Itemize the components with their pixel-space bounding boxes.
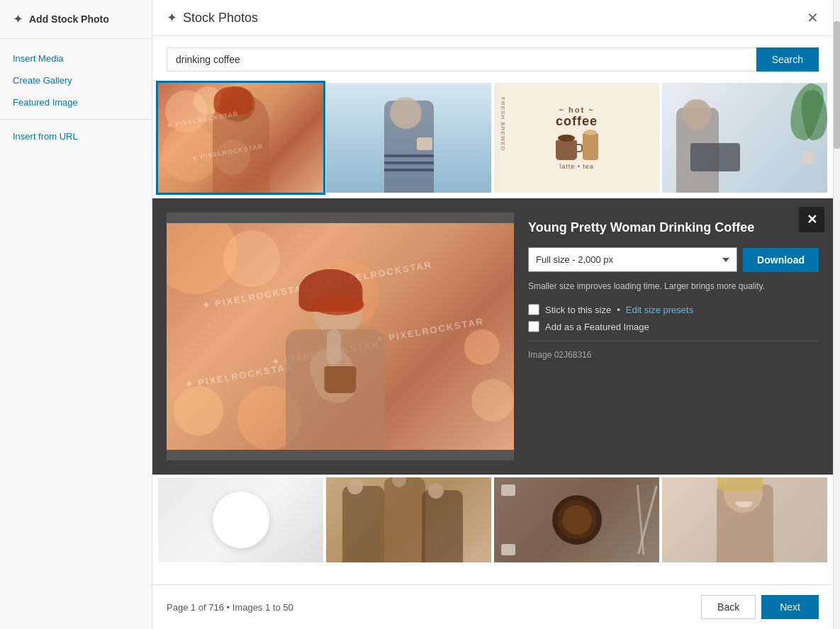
detail-image-preview: ✦ PIXELROCKSTAR ✦ PIXELROCKSTAR ✦ PIXELR…: [167, 223, 514, 450]
detail-close-button[interactable]: ✕: [799, 207, 824, 232]
search-input[interactable]: [167, 47, 756, 72]
image-thumb-3[interactable]: ~ hot ~ coffee: [494, 83, 659, 193]
image-thumb-1[interactable]: ✦ PIXELROCKSTAR ✦ PIXELROCKSTAR: [158, 83, 323, 193]
featured-image-label: Add as a Featured Image: [545, 322, 649, 332]
image-grid-bottom: [152, 475, 833, 562]
bottom-thumb-4[interactable]: [662, 477, 827, 562]
sidebar-header: ✦ Add Stock Photo: [0, 0, 152, 39]
edit-size-presets-link[interactable]: Edit size presets: [626, 305, 693, 315]
footer-buttons: Back Next: [701, 595, 819, 619]
image-id: Image 02J68316: [528, 350, 819, 360]
size-hint: Smaller size improves loading time. Larg…: [528, 280, 819, 293]
detail-image-container: ✦ PIXELROCKSTAR ✦ PIXELROCKSTAR ✦ PIXELR…: [167, 212, 514, 460]
sidebar-item-create-gallery[interactable]: Create Gallery: [0, 69, 152, 91]
bottom-thumb-2[interactable]: [326, 477, 491, 562]
dialog-title: Stock Photos: [183, 11, 258, 26]
footer-page-info: Page 1 of 716 • Images 1 to 50: [167, 602, 293, 613]
image-grid-top: ✦ PIXELROCKSTAR ✦ PIXELROCKSTAR: [152, 83, 833, 198]
stick-to-size-label: Stick to this size: [545, 305, 611, 315]
search-area: Search: [152, 36, 833, 83]
next-button[interactable]: Next: [761, 595, 819, 619]
sidebar: ✦ Add Stock Photo Insert Media Create Ga…: [0, 0, 152, 629]
image-thumb-4[interactable]: [662, 83, 827, 193]
sidebar-item-insert-url[interactable]: Insert from URL: [0, 125, 152, 147]
sidebar-nav: Insert Media Create Gallery Featured Ima…: [0, 39, 152, 156]
stick-to-size-checkbox[interactable]: [528, 304, 539, 315]
detail-panel: ✕: [152, 198, 833, 475]
sidebar-item-insert-media[interactable]: Insert Media: [0, 47, 152, 69]
bottom-thumb-3[interactable]: [494, 477, 659, 562]
scrollbar[interactable]: [833, 0, 840, 629]
dialog-star-icon: ✦: [167, 10, 177, 26]
close-button[interactable]: ✕: [807, 11, 819, 25]
content-area: Search ✦ PIXELROCKSTAR ✦ PIXELR: [152, 36, 833, 584]
size-download-row: Full size - 2,000 px Large - 1,024 px Me…: [528, 247, 819, 272]
detail-info: Young Pretty Woman Drinking Coffee Full …: [528, 212, 819, 460]
detail-divider: [528, 341, 819, 341]
back-button[interactable]: Back: [701, 595, 756, 619]
featured-image-row: Add as a Featured Image: [528, 321, 819, 332]
featured-image-checkbox[interactable]: [528, 321, 539, 332]
image-title: Young Pretty Woman Drinking Coffee: [528, 220, 819, 236]
dialog-title-area: ✦ Stock Photos: [167, 10, 258, 26]
bottom-thumb-1[interactable]: [158, 477, 323, 562]
star-icon: ✦: [13, 11, 23, 27]
bullet-separator: •: [617, 305, 620, 315]
sidebar-item-featured-image[interactable]: Featured Image: [0, 91, 152, 113]
scrollbar-thumb[interactable]: [834, 21, 840, 149]
stick-to-size-row: Stick to this size • Edit size presets: [528, 304, 819, 315]
main-panel: ✦ Stock Photos ✕ Search: [152, 0, 833, 629]
dialog-header: ✦ Stock Photos ✕: [152, 0, 833, 36]
size-select[interactable]: Full size - 2,000 px Large - 1,024 px Me…: [528, 247, 737, 272]
search-button[interactable]: Search: [756, 47, 819, 72]
image-thumb-2[interactable]: [326, 83, 491, 193]
footer: Page 1 of 716 • Images 1 to 50 Back Next: [152, 584, 833, 629]
sidebar-divider: [0, 119, 152, 120]
sidebar-title: Add Stock Photo: [29, 13, 109, 25]
download-button[interactable]: Download: [743, 248, 819, 272]
